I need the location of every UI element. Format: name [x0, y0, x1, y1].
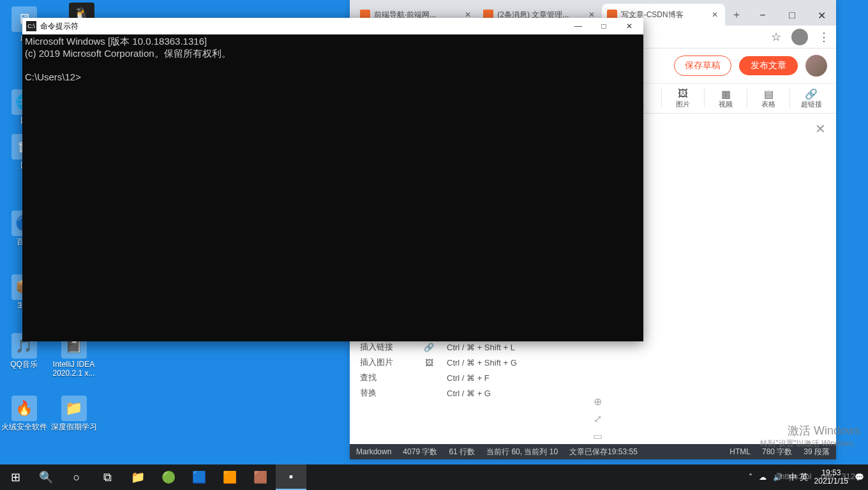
blog-watermark: https://bl net/ 312: [780, 471, 855, 481]
browser-menu-icon[interactable]: ⋮: [818, 30, 830, 44]
app-taskbar-icon[interactable]: 🟧: [214, 464, 245, 490]
mode-html[interactable]: HTML: [730, 447, 751, 456]
cmd-titlebar[interactable]: C:\ 命令提示符 — □ ✕: [22, 18, 643, 34]
start-button[interactable]: ⊞: [0, 464, 31, 490]
cmd-output[interactable]: Microsoft Windows [版本 10.0.18363.1316] (…: [22, 34, 643, 341]
fullscreen-icon[interactable]: ⤢: [594, 413, 602, 425]
cmd-title-text: 命令提示符: [40, 21, 565, 32]
cmd-close-button[interactable]: ✕: [617, 18, 642, 34]
taskbar: ⊞ 🔍 ○ ⧉ 📁 🟢 🟦 🟧 🟫 ▪ ˄ ☁ 🔊 中 英 19:53 2021…: [0, 464, 868, 490]
toolbar-图片[interactable]: 🖼图片: [664, 88, 701, 109]
toolbar-表格[interactable]: ▤表格: [750, 88, 787, 109]
close-button[interactable]: ✕: [807, 5, 836, 26]
tray-chevron-icon[interactable]: ˄: [749, 473, 752, 482]
cmd-maximize-button[interactable]: □: [591, 18, 617, 34]
cmd-minimize-button[interactable]: —: [565, 18, 591, 34]
cortana-button[interactable]: ○: [61, 464, 92, 490]
shortcut-row: 插入链接🔗Ctrl / ⌘ + Shift + L: [350, 339, 836, 355]
preview-icon[interactable]: ▭: [593, 430, 602, 442]
notifications-icon[interactable]: 💬: [855, 473, 864, 482]
mode-markdown[interactable]: Markdown: [356, 447, 391, 456]
shortcut-row: 查找Ctrl / ⌘ + F: [350, 370, 836, 385]
tab-close-icon[interactable]: ✕: [710, 10, 720, 20]
line-count: 61 行数: [449, 447, 475, 457]
cursor-pos: 当前行 60, 当前列 10: [486, 447, 558, 457]
app2-taskbar-icon[interactable]: 🟫: [245, 464, 276, 490]
panel-close-icon[interactable]: ✕: [815, 121, 826, 137]
tray-onedrive-icon[interactable]: ☁: [759, 473, 767, 482]
desktop-icon[interactable]: 🔥火绒安全软件: [0, 396, 48, 431]
shortcut-row: 插入图片🖼Ctrl / ⌘ + Shift + G: [350, 355, 836, 370]
save-draft-button[interactable]: 保存草稿: [674, 56, 731, 76]
minimize-button[interactable]: −: [748, 5, 777, 26]
toolbar-视频[interactable]: ▦视频: [707, 88, 744, 109]
new-tab-button[interactable]: ＋: [728, 6, 745, 24]
user-avatar[interactable]: [805, 55, 827, 77]
publish-button[interactable]: 发布文章: [739, 56, 798, 75]
bookmark-star-icon[interactable]: ☆: [771, 30, 781, 44]
search-button[interactable]: 🔍: [31, 464, 61, 490]
taskview-button[interactable]: ⧉: [92, 464, 123, 490]
desktop-icon[interactable]: 📁深度假期学习: [50, 396, 98, 431]
profile-avatar-icon[interactable]: [791, 29, 808, 45]
chrome-taskbar-icon[interactable]: 🟢: [153, 464, 184, 490]
save-time: 文章已保存19:53:55: [569, 447, 638, 457]
cmd-icon: C:\: [26, 21, 36, 31]
word-count: 4079 字数: [403, 447, 437, 457]
explorer-taskbar-icon[interactable]: 📁: [123, 464, 153, 490]
activate-windows-watermark: 激活 Windows 转到"设置"以激活 Windows。: [760, 423, 860, 449]
cmd-window: C:\ 命令提示符 — □ ✕ Microsoft Windows [版本 10…: [22, 18, 643, 341]
cmd-taskbar-icon[interactable]: ▪: [276, 464, 306, 490]
locate-icon[interactable]: ⊕: [594, 396, 602, 408]
edge-taskbar-icon[interactable]: 🟦: [184, 464, 214, 490]
maximize-button[interactable]: □: [777, 5, 807, 26]
toolbar-超链接[interactable]: 🔗超链接: [793, 88, 830, 109]
